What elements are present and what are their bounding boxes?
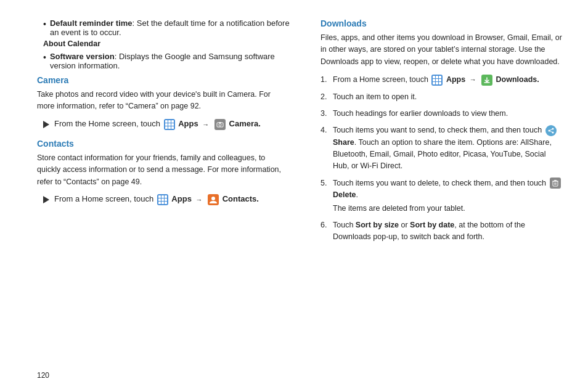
camera-section: Camera Take photos and record video with…: [37, 75, 290, 130]
contacts-step-text: From a Home screen, touch Apps →: [54, 194, 259, 205]
downloads-steps-list: 1. From a Home screen, touch Apps →: [321, 74, 563, 243]
delete-label: Delete: [333, 190, 356, 199]
left-column: • Default reminder time: Set the default…: [37, 18, 308, 374]
svg-line-9: [549, 131, 553, 133]
step-5: 5. Touch items you want to delete, to ch…: [321, 178, 563, 214]
step-1-content: From a Home screen, touch Apps →: [333, 74, 539, 86]
step-3: 3. Touch headings for earlier downloads …: [321, 108, 563, 120]
svg-point-3: [211, 197, 215, 200]
step-4: 4. Touch items you want to send, to chec…: [321, 125, 563, 173]
step-5-subtext: The items are deleted from your tablet.: [321, 203, 465, 214]
camera-body: Take photos and record video with your d…: [37, 89, 290, 113]
camera-apps-label: Apps: [178, 119, 198, 128]
camera-label: Camera.: [229, 119, 261, 128]
svg-line-8: [549, 129, 553, 131]
apps-icon-step1: [431, 75, 443, 86]
camera-app-icon: [214, 119, 226, 130]
apps-icon-contacts: [157, 194, 168, 205]
software-version-text: Software version: Displays the Google an…: [50, 52, 290, 70]
share-label: Share: [333, 138, 354, 147]
page-number: 120: [37, 371, 49, 380]
apps-grid-step1: [433, 76, 441, 84]
step-6-num: 6.: [321, 219, 333, 231]
contacts-arrow: →: [195, 196, 202, 203]
default-reminder-text: Default reminder time: Set the default t…: [50, 18, 290, 37]
contacts-app-icon: [208, 194, 219, 205]
step1-post: Downloads.: [496, 75, 539, 84]
step-3-content: Touch headings for earlier downloads to …: [333, 108, 508, 120]
step-4-content: Touch items you want to send, to check t…: [333, 125, 563, 173]
step-4-num: 4.: [321, 125, 333, 136]
software-version-bullet: • Software version: Displays the Google …: [37, 52, 290, 70]
step-3-num: 3.: [321, 108, 333, 120]
share-app-icon: [545, 125, 557, 136]
step-2: 2. Touch an item to open it.: [321, 91, 563, 103]
contacts-heading: Contacts: [37, 139, 290, 149]
page: • Default reminder time: Set the default…: [0, 0, 588, 392]
camera-arrow: →: [202, 121, 209, 128]
contacts-step: From a Home screen, touch Apps →: [37, 194, 290, 205]
svg-rect-10: [553, 181, 558, 186]
top-bullets-section: • Default reminder time: Set the default…: [37, 18, 290, 70]
camera-heading: Camera: [37, 75, 290, 85]
default-reminder-term: Default reminder time: [50, 18, 133, 28]
camera-step-text: From the Home screen, touch Apps →: [54, 119, 261, 130]
apps-icon-camera: [164, 119, 175, 130]
downloads-body: Files, apps, and other items you downloa…: [321, 32, 563, 68]
step1-arrow: →: [470, 75, 476, 85]
bullet-dot-2: •: [43, 52, 46, 64]
arrow-icon-contacts: [43, 196, 49, 203]
sort-date-label: Sort by date: [410, 221, 454, 229]
downloads-section: Downloads Files, apps, and other items y…: [321, 18, 563, 243]
default-reminder-bullet: • Default reminder time: Set the default…: [37, 18, 290, 37]
sort-size-label: Sort by size: [356, 221, 399, 229]
step-6-content: Touch Sort by size or Sort by date, at t…: [333, 219, 563, 243]
contacts-label: Contacts.: [223, 194, 259, 203]
downloads-app-icon: [481, 75, 492, 86]
contacts-body: Store contact information for your frien…: [37, 152, 290, 188]
about-calendar-label: About Calendar: [43, 39, 290, 48]
contacts-section: Contacts Store contact information for y…: [37, 139, 290, 205]
step-1: 1. From a Home screen, touch Apps →: [321, 74, 563, 86]
downloads-heading: Downloads: [321, 18, 563, 28]
step-5-content: Touch items you want to delete, to check…: [333, 178, 563, 202]
arrow-icon-camera: [43, 121, 49, 128]
bullet-dot: •: [43, 18, 46, 31]
contacts-apps-label: Apps: [171, 194, 192, 203]
step-6: 6. Touch Sort by size or Sort by date, a…: [321, 219, 563, 243]
delete-app-icon: [550, 178, 561, 189]
right-column: Downloads Files, apps, and other items y…: [308, 18, 563, 374]
apps-grid-camera: [165, 120, 174, 129]
step-5-num: 5.: [321, 178, 333, 189]
step-1-num: 1.: [321, 74, 333, 86]
apps-grid-contacts: [158, 195, 167, 204]
camera-step: From the Home screen, touch Apps →: [37, 119, 290, 130]
svg-rect-2: [219, 122, 221, 123]
step-2-num: 2.: [321, 91, 333, 103]
svg-point-1: [219, 123, 221, 126]
software-version-term: Software version: [50, 52, 115, 61]
step-2-content: Touch an item to open it.: [333, 91, 417, 103]
step1-apps-label: Apps: [446, 75, 465, 84]
